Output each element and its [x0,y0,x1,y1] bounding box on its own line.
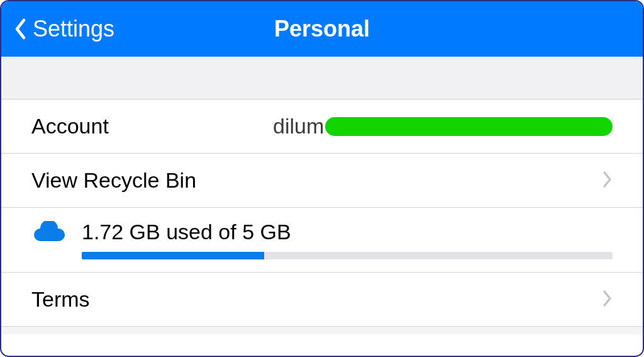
back-button[interactable]: Settings [13,16,114,42]
chevron-right-icon [602,171,613,191]
section-spacer [1,57,643,99]
settings-list: Account dilum View Recycle Bin 1.72 GB u… [1,99,643,327]
storage-progress-bar [82,252,613,259]
chevron-left-icon [13,16,28,42]
recycle-bin-label: View Recycle Bin [31,168,196,193]
redacted-bar [325,117,613,136]
cloud-icon [31,219,67,244]
list-footer-gap [1,327,643,334]
storage-progress-fill [82,252,264,259]
chevron-right-icon [602,290,613,310]
account-row[interactable]: Account dilum [1,99,643,154]
storage-info: 1.72 GB used of 5 GB [31,219,613,244]
page-title: Personal [274,16,370,42]
terms-row[interactable]: Terms [1,273,643,327]
terms-label: Terms [31,287,90,312]
account-value-container: dilum [273,114,613,139]
account-label: Account [31,114,109,139]
back-label: Settings [33,16,114,42]
account-email-prefix: dilum [273,114,324,139]
header-bar: Settings Personal [1,1,643,57]
storage-row: 1.72 GB used of 5 GB [1,208,643,273]
storage-text: 1.72 GB used of 5 GB [82,220,291,244]
view-recycle-bin-row[interactable]: View Recycle Bin [1,154,643,208]
